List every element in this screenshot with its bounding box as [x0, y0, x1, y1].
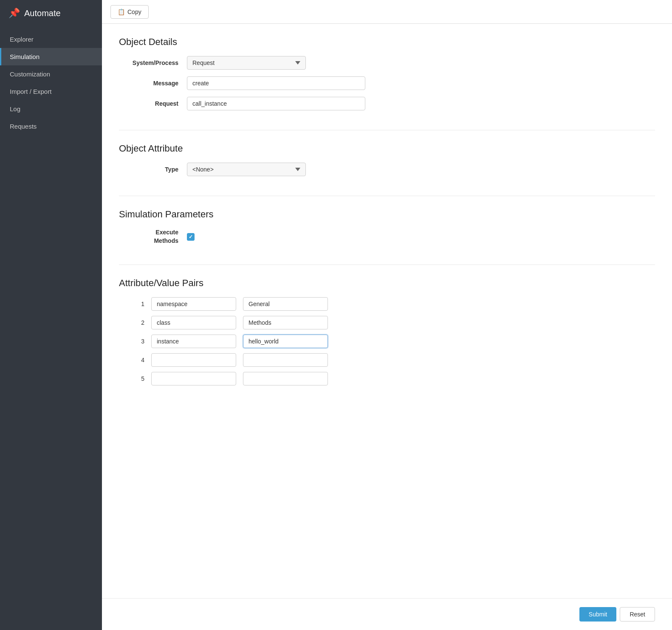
- request-input[interactable]: [187, 97, 365, 110]
- checkmark-icon: ✓: [189, 234, 193, 240]
- sidebar-item-log[interactable]: Log: [0, 100, 102, 118]
- footer-buttons: Submit Reset: [102, 598, 672, 630]
- attr-key-3[interactable]: [151, 335, 236, 348]
- message-label: Message: [119, 80, 187, 87]
- system-process-row: System/Process Request: [119, 56, 655, 70]
- sidebar: 📌 Automate Explorer Simulation Customiza…: [0, 0, 102, 630]
- sidebar-item-explorer[interactable]: Explorer: [0, 31, 102, 48]
- copy-button[interactable]: 📋 Copy: [110, 5, 149, 19]
- main-content: 📋 Copy Object Details System/Process Req…: [102, 0, 672, 630]
- object-details-section: Object Details System/Process Request Me…: [119, 37, 655, 130]
- sidebar-nav: Explorer Simulation Customization Import…: [0, 31, 102, 135]
- pin-icon: 📌: [8, 8, 20, 19]
- object-details-title: Object Details: [119, 37, 655, 48]
- attr-number-4: 4: [119, 357, 144, 363]
- submit-button[interactable]: Submit: [579, 607, 617, 622]
- app-header: 📌 Automate: [0, 0, 102, 26]
- request-label: Request: [119, 100, 187, 107]
- sidebar-item-import-export[interactable]: Import / Export: [0, 83, 102, 100]
- sidebar-item-simulation[interactable]: Simulation: [0, 48, 102, 65]
- toolbar: 📋 Copy: [102, 0, 672, 24]
- system-process-select[interactable]: Request: [187, 56, 306, 70]
- request-row: Request: [119, 97, 655, 110]
- app-title: Automate: [24, 8, 61, 18]
- attr-value-2[interactable]: [243, 316, 328, 329]
- system-process-label: System/Process: [119, 59, 187, 66]
- attr-row-5: 5: [119, 372, 655, 385]
- execute-methods-row: ExecuteMethods ✓: [119, 228, 655, 245]
- attr-number-1: 1: [119, 301, 144, 307]
- type-row: Type <None>: [119, 163, 655, 176]
- attr-number-3: 3: [119, 338, 144, 345]
- attr-value-5[interactable]: [243, 372, 328, 385]
- execute-methods-checkbox[interactable]: ✓: [187, 233, 195, 241]
- attr-key-2[interactable]: [151, 316, 236, 329]
- object-attribute-section: Object Attribute Type <None>: [119, 143, 655, 196]
- attr-key-5[interactable]: [151, 372, 236, 385]
- execute-methods-label: ExecuteMethods: [119, 228, 187, 245]
- attr-value-1[interactable]: [243, 297, 328, 311]
- attr-number-5: 5: [119, 375, 144, 382]
- attr-key-1[interactable]: [151, 297, 236, 311]
- content-area: Object Details System/Process Request Me…: [102, 24, 672, 598]
- attribute-value-pairs-section: Attribute/Value Pairs 1 2 3: [119, 278, 655, 398]
- attr-key-4[interactable]: [151, 353, 236, 367]
- execute-methods-checkbox-wrapper[interactable]: ✓: [187, 233, 195, 241]
- attr-row-2: 2: [119, 316, 655, 329]
- reset-button[interactable]: Reset: [620, 607, 655, 622]
- object-attribute-title: Object Attribute: [119, 143, 655, 154]
- attr-number-2: 2: [119, 319, 144, 326]
- attr-row-4: 4: [119, 353, 655, 367]
- message-input[interactable]: [187, 76, 365, 90]
- sidebar-item-requests[interactable]: Requests: [0, 118, 102, 135]
- attr-row-3: 3: [119, 335, 655, 348]
- attribute-value-pairs-title: Attribute/Value Pairs: [119, 278, 655, 289]
- type-label: Type: [119, 166, 187, 173]
- message-row: Message: [119, 76, 655, 90]
- type-select[interactable]: <None>: [187, 163, 306, 176]
- copy-icon: 📋: [118, 8, 125, 15]
- attr-row-1: 1: [119, 297, 655, 311]
- simulation-parameters-title: Simulation Parameters: [119, 209, 655, 220]
- simulation-parameters-section: Simulation Parameters ExecuteMethods ✓: [119, 209, 655, 265]
- sidebar-item-customization[interactable]: Customization: [0, 65, 102, 83]
- attr-value-3[interactable]: [243, 335, 328, 348]
- attr-value-4[interactable]: [243, 353, 328, 367]
- attr-pairs-list: 1 2 3 4: [119, 297, 655, 385]
